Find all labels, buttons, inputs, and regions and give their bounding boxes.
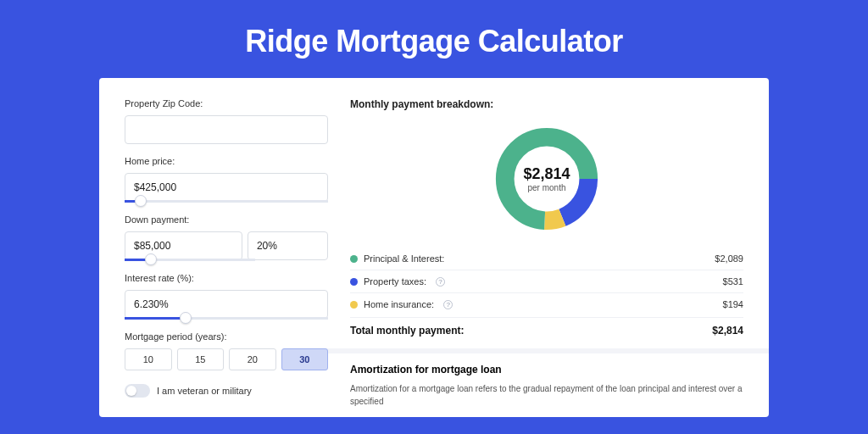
period-option-20[interactable]: 20 xyxy=(229,348,276,370)
legend-row: Property taxes:?$531 xyxy=(350,270,743,293)
legend-row: Home insurance:?$194 xyxy=(350,293,743,315)
period-option-10[interactable]: 10 xyxy=(125,348,172,370)
interest-slider[interactable] xyxy=(125,317,328,320)
legend-value: $531 xyxy=(723,276,743,287)
down-payment-pct-input[interactable] xyxy=(248,231,328,260)
legend-dot xyxy=(350,278,358,286)
down-payment-label: Down payment: xyxy=(125,214,328,225)
inputs-column: Property Zip Code: Home price: Down paym… xyxy=(125,98,328,417)
amort-title: Amortization for mortgage loan xyxy=(350,364,743,376)
donut-center: $2,814 per month xyxy=(492,124,602,234)
field-home-price: Home price: xyxy=(125,156,328,203)
legend-dot xyxy=(350,255,358,263)
zip-input[interactable] xyxy=(125,115,328,144)
field-period: Mortgage period (years): 10152030 xyxy=(125,331,328,370)
legend-label: Property taxes: xyxy=(364,276,426,287)
total-value: $2,814 xyxy=(712,325,743,337)
donut-sub: per month xyxy=(527,183,565,192)
down-payment-slider[interactable] xyxy=(125,259,255,261)
amortization-section: Amortization for mortgage loan Amortizat… xyxy=(325,348,769,408)
amort-text: Amortization for a mortgage loan refers … xyxy=(350,382,743,408)
down-payment-slider-handle[interactable] xyxy=(145,253,157,265)
period-options: 10152030 xyxy=(125,348,328,370)
period-option-15[interactable]: 15 xyxy=(177,348,225,370)
legend-label: Home insurance: xyxy=(364,299,434,309)
donut-wrap: $2,814 per month xyxy=(350,119,743,248)
home-price-slider-handle[interactable] xyxy=(135,195,147,207)
legend-dot xyxy=(350,301,358,309)
zip-label: Property Zip Code: xyxy=(125,98,328,108)
calculator-card: Property Zip Code: Home price: Down paym… xyxy=(99,78,769,417)
legend-value: $2,089 xyxy=(715,253,743,264)
down-payment-amount-input[interactable] xyxy=(125,231,242,260)
period-option-30[interactable]: 30 xyxy=(281,348,329,370)
field-interest: Interest rate (%): xyxy=(125,273,328,320)
results-column: Monthly payment breakdown: $2,814 per mo… xyxy=(350,98,743,417)
legend-value: $194 xyxy=(723,299,743,309)
donut-amount: $2,814 xyxy=(523,165,570,183)
help-icon[interactable]: ? xyxy=(436,277,445,287)
donut-chart: $2,814 per month xyxy=(492,124,602,234)
interest-input[interactable] xyxy=(125,290,328,319)
interest-label: Interest rate (%): xyxy=(125,273,328,283)
total-row: Total monthly payment: $2,814 xyxy=(350,317,743,348)
field-down-payment: Down payment: xyxy=(125,214,328,261)
breakdown-title: Monthly payment breakdown: xyxy=(350,98,743,110)
total-label: Total monthly payment: xyxy=(350,325,464,337)
veteran-label: I am veteran or military xyxy=(157,386,252,396)
veteran-toggle[interactable] xyxy=(125,384,150,398)
home-price-label: Home price: xyxy=(125,156,328,166)
legend-label: Principal & Interest: xyxy=(364,253,444,264)
home-price-slider[interactable] xyxy=(125,200,328,203)
field-zip: Property Zip Code: xyxy=(125,98,328,144)
toggle-knob xyxy=(126,386,136,396)
legend-row: Principal & Interest:$2,089 xyxy=(350,248,743,270)
legend: Principal & Interest:$2,089Property taxe… xyxy=(350,248,743,315)
page-title: Ridge Mortgage Calculator xyxy=(0,0,868,78)
interest-slider-handle[interactable] xyxy=(180,312,192,324)
home-price-input[interactable] xyxy=(125,173,328,202)
veteran-row: I am veteran or military xyxy=(125,384,328,398)
help-icon[interactable]: ? xyxy=(443,300,453,309)
period-label: Mortgage period (years): xyxy=(125,331,328,342)
interest-slider-fill xyxy=(125,317,186,320)
